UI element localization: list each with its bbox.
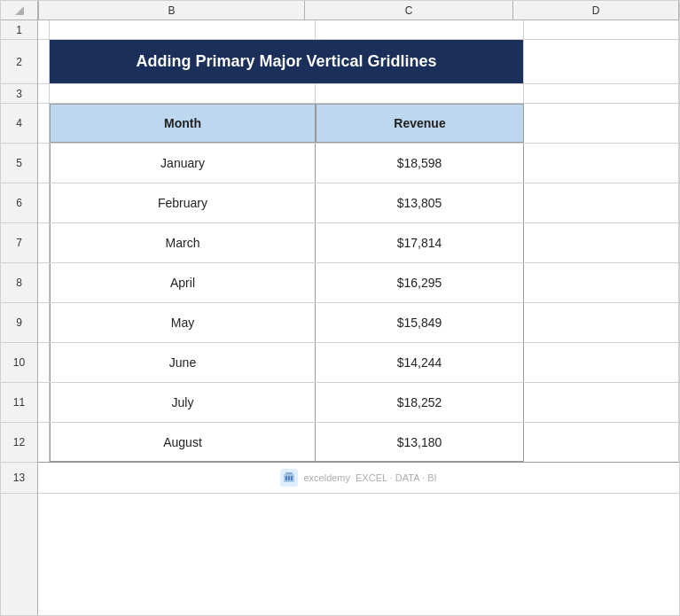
row-num-8: 8	[1, 263, 37, 303]
cell-d12	[524, 423, 679, 462]
col-header-b: B	[39, 1, 305, 19]
column-headers: B C D	[1, 1, 679, 20]
cell-a10	[38, 343, 50, 382]
cell-d1	[524, 20, 679, 39]
cell-month-5: May	[50, 303, 316, 342]
row-num-7: 7	[1, 223, 37, 263]
cell-a8	[38, 263, 50, 302]
cell-d3	[524, 84, 679, 103]
watermark-text: exceldemy	[303, 472, 350, 483]
cell-a1	[38, 20, 50, 39]
cell-d4	[524, 104, 679, 143]
row-num-10: 10	[1, 343, 37, 383]
row-num-9: 9	[1, 303, 37, 343]
svg-rect-2	[285, 472, 293, 474]
title-cell: Adding Primary Major Vertical Gridlines	[50, 40, 524, 83]
row-12: August $13,180	[38, 423, 679, 463]
spreadsheet: B C D 1 2 3 4 5 6 7 8 9 10 11 12 13	[0, 0, 680, 616]
row-9: May $15,849	[38, 303, 679, 343]
row-4-header: Month Revenue	[38, 104, 679, 144]
cell-a2	[38, 40, 50, 83]
svg-marker-0	[15, 6, 24, 15]
col-header-c: C	[305, 1, 513, 19]
cell-c1	[316, 20, 524, 39]
cell-a7	[38, 223, 50, 262]
cell-d10	[524, 343, 679, 382]
corner-cell	[1, 1, 38, 19]
row-13-watermark: exceldemy EXCEL · DATA · BI	[38, 463, 679, 494]
cell-revenue-8: $13,180	[316, 423, 524, 462]
cell-a4	[38, 104, 50, 143]
cell-month-2: February	[50, 183, 316, 222]
row-10: June $14,244	[38, 343, 679, 383]
row-num-3: 3	[1, 84, 37, 104]
cell-d7	[524, 223, 679, 262]
cell-revenue-4: $16,295	[316, 263, 524, 302]
data-area: Adding Primary Major Vertical Gridlines …	[38, 20, 679, 615]
cell-a6	[38, 183, 50, 222]
cell-revenue-2: $13,805	[316, 183, 524, 222]
cell-revenue-7: $18,252	[316, 383, 524, 422]
cell-d2	[524, 40, 679, 83]
row-3	[38, 84, 679, 104]
watermark: exceldemy EXCEL · DATA · BI	[280, 469, 436, 487]
cell-a3	[38, 84, 50, 103]
row-num-5: 5	[1, 144, 37, 183]
cell-a5	[38, 144, 50, 183]
cell-month-7: July	[50, 383, 316, 422]
cell-b3	[50, 84, 316, 103]
cell-revenue-1: $18,598	[316, 144, 524, 183]
row-numbers: 1 2 3 4 5 6 7 8 9 10 11 12 13	[1, 20, 38, 615]
row-num-4: 4	[1, 104, 37, 144]
watermark-subtext: EXCEL · DATA · BI	[356, 472, 437, 483]
cell-a11	[38, 383, 50, 422]
row-num-2: 2	[1, 40, 37, 84]
cell-revenue-5: $15,849	[316, 303, 524, 342]
cell-month-4: April	[50, 263, 316, 302]
cell-month-6: June	[50, 343, 316, 382]
row-1	[38, 20, 679, 40]
cell-revenue-3: $17,814	[316, 223, 524, 262]
cell-a9	[38, 303, 50, 342]
row-2: Adding Primary Major Vertical Gridlines	[38, 40, 679, 84]
cell-d9	[524, 303, 679, 342]
cell-revenue-6: $14,244	[316, 343, 524, 382]
cell-month-3: March	[50, 223, 316, 262]
cell-month-8: August	[50, 423, 316, 462]
row-num-11: 11	[1, 383, 37, 423]
row-num-6: 6	[1, 183, 37, 223]
cell-d6	[524, 183, 679, 222]
cell-d5	[524, 144, 679, 183]
cell-d8	[524, 263, 679, 302]
row-7: March $17,814	[38, 223, 679, 263]
table-col-revenue-header: Revenue	[316, 104, 524, 143]
watermark-logo	[280, 469, 298, 487]
row-5: January $18,598	[38, 144, 679, 183]
row-num-13: 13	[1, 463, 37, 494]
cell-b1	[50, 20, 316, 39]
row-num-12: 12	[1, 423, 37, 463]
cell-d11	[524, 383, 679, 422]
grid: 1 2 3 4 5 6 7 8 9 10 11 12 13	[1, 20, 679, 615]
cell-month-1: January	[50, 144, 316, 183]
table-col-month-header: Month	[50, 104, 316, 143]
row-11: July $18,252	[38, 383, 679, 423]
row-8: April $16,295	[38, 263, 679, 303]
col-header-d: D	[513, 1, 679, 19]
row-num-1: 1	[1, 20, 37, 40]
cell-a12	[38, 423, 50, 462]
row-6: February $13,805	[38, 183, 679, 223]
cell-c3	[316, 84, 524, 103]
